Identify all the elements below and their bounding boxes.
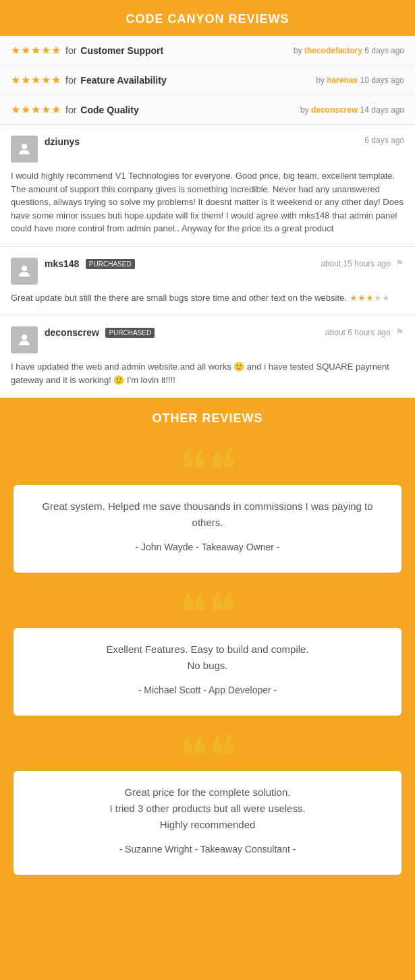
quote-container-3: ❝❝: [13, 729, 402, 783]
reviewer-username: mks148: [45, 258, 79, 269]
rating-meta: by harenas 10 days ago: [316, 76, 404, 85]
review-timestamp: about 6 hours ago ⚑: [325, 326, 404, 337]
mini-stars-empty: ★★: [374, 293, 390, 303]
quote-mark-icon: ❝❝: [179, 443, 237, 497]
reviewer-username: dziunys: [45, 136, 80, 147]
testimonial-author-2: - Michael Scott - App Developer -: [34, 685, 381, 695]
purchased-badge: PURCHASED: [86, 259, 135, 269]
svg-point-2: [22, 335, 27, 340]
svg-point-1: [22, 266, 27, 271]
rating-left: ★★★★★ for Customer Support: [11, 44, 163, 57]
other-reviews-section: ❝❝ Great system. Helped me save thousand…: [0, 436, 415, 909]
review-meta: 6 days ago dziunys: [45, 136, 404, 148]
testimonial-text-1: Great system. Helped me save thousands i…: [34, 498, 381, 531]
avatar: [11, 136, 38, 163]
for-label: for: [65, 75, 76, 86]
flag-icon: ⚑: [395, 326, 404, 337]
testimonial-author-3: - Suzanne Wright - Takeaway Consultant -: [34, 844, 381, 855]
reviewer-link[interactable]: harenas: [327, 76, 358, 85]
reviewer-link[interactable]: thecodefactory: [304, 46, 362, 55]
rating-category: Feature Availability: [80, 75, 166, 86]
other-reviews-title: OTHER REVIEWS: [7, 411, 408, 426]
purchased-badge: PURCHASED: [105, 328, 155, 338]
review-text: I would highly recommend V1 Technologies…: [11, 169, 404, 235]
page-title: CODE CANYON REVIEWS: [7, 12, 408, 26]
review-meta: about 15 hours ago ⚑ mks148 PURCHASED: [45, 258, 404, 270]
review-timestamp: 6 days ago: [364, 136, 404, 145]
rating-section: ★★★★★ for Customer Support by thecodefac…: [0, 36, 415, 125]
review-card: 6 days ago dziunys I would highly recomm…: [0, 125, 415, 247]
rating-meta: by thecodefactory 6 days ago: [294, 46, 404, 55]
other-reviews-header: OTHER REVIEWS: [0, 398, 415, 436]
rating-row-feature-availability: ★★★★★ for Feature Availability by harena…: [0, 65, 415, 95]
for-label: for: [65, 105, 76, 115]
rating-row-code-quality: ★★★★★ for Code Quality by deconscrew 14 …: [0, 95, 415, 124]
rating-row-customer-support: ★★★★★ for Customer Support by thecodefac…: [0, 36, 415, 65]
mini-stars: ★★★: [350, 293, 374, 303]
page-header: CODE CANYON REVIEWS: [0, 0, 415, 36]
review-header: about 6 hours ago ⚑ deconscrew PURCHASED: [11, 326, 404, 353]
rating-left: ★★★★★ for Feature Availability: [11, 74, 167, 86]
quote-container-1: ❝❝: [13, 443, 402, 497]
review-header: 6 days ago dziunys: [11, 136, 404, 163]
rating-category: Customer Support: [80, 45, 163, 56]
testimonial-card-3: Great price for the complete solution.I …: [13, 771, 402, 875]
review-meta: about 6 hours ago ⚑ deconscrew PURCHASED: [45, 326, 404, 339]
reviews-section: 6 days ago dziunys I would highly recomm…: [0, 125, 415, 398]
reviewer-link[interactable]: deconscrew: [311, 105, 358, 115]
review-timestamp: about 15 hours ago ⚑: [321, 258, 404, 268]
avatar: [11, 326, 38, 353]
avatar: [11, 258, 38, 285]
reviewer-username: deconscrew: [45, 327, 99, 338]
quote-mark-icon: ❝❝: [179, 729, 237, 783]
testimonial-text-3: Great price for the complete solution.I …: [34, 784, 381, 833]
review-text: Great update but still the there are sma…: [11, 291, 404, 305]
quote-container-2: ❝❝: [13, 586, 402, 640]
stars-icon: ★★★★★: [11, 103, 61, 116]
rating-left: ★★★★★ for Code Quality: [11, 103, 139, 116]
for-label: for: [65, 45, 76, 56]
review-text: I have updated the web and admin website…: [11, 360, 404, 386]
review-card: about 15 hours ago ⚑ mks148 PURCHASED Gr…: [0, 247, 415, 316]
stars-icon: ★★★★★: [11, 74, 61, 86]
rating-meta: by deconscrew 14 days ago: [300, 105, 404, 115]
review-header: about 15 hours ago ⚑ mks148 PURCHASED: [11, 258, 404, 285]
svg-point-0: [22, 144, 27, 149]
review-card: about 6 hours ago ⚑ deconscrew PURCHASED…: [0, 316, 415, 398]
rating-category: Code Quality: [80, 105, 138, 115]
testimonial-text-2: Exellent Features. Easy to build and com…: [34, 641, 381, 674]
flag-icon: ⚑: [395, 258, 404, 268]
stars-icon: ★★★★★: [11, 44, 61, 57]
quote-mark-icon: ❝❝: [179, 586, 237, 640]
testimonial-author-1: - John Wayde - Takeaway Owner -: [34, 542, 381, 552]
